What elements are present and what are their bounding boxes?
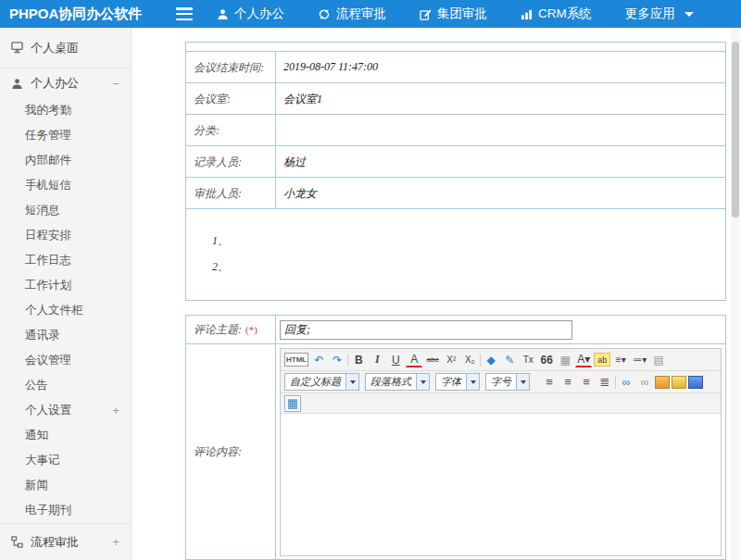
- main-content: 会议结束时间: 2019-08-07 11:47:00 会议室: 会议室1 分类…: [132, 28, 741, 560]
- sidebar-item[interactable]: 工作计划: [0, 273, 131, 298]
- calendar-table-icon[interactable]: ▦: [284, 395, 301, 412]
- format-dropdowns: 自定义标题 段落格式 字体: [284, 373, 534, 391]
- desktop-icon: [11, 42, 23, 54]
- strikethrough-icon[interactable]: abc: [424, 352, 441, 368]
- sidebar-item[interactable]: 内部邮件: [0, 148, 131, 173]
- sidebar-item[interactable]: 工作日志: [0, 248, 131, 273]
- bar-chart-icon: [521, 8, 533, 20]
- meeting-detail-table: 会议结束时间: 2019-08-07 11:47:00 会议室: 会议室1 分类…: [185, 42, 726, 301]
- sidebar-item-process-approval[interactable]: 流程审批 +: [0, 523, 131, 560]
- align-center-icon[interactable]: ≡: [559, 374, 576, 391]
- ordered-list-dropdown[interactable]: ≡▾: [612, 352, 629, 368]
- separator[interactable]: [347, 354, 348, 367]
- sidebar-item-label: 流程审批: [31, 534, 79, 551]
- comment-content-row: 评论内容: HTML ↶ ↷ B: [186, 344, 725, 560]
- sidebar-item[interactable]: 任务管理: [0, 123, 131, 148]
- emoticon-grid-icon[interactable]: ▦: [557, 352, 573, 368]
- underline-icon[interactable]: U: [387, 352, 404, 368]
- bold-icon[interactable]: B: [350, 352, 367, 368]
- font-family-dropdown[interactable]: 字体: [435, 373, 480, 391]
- redo-icon[interactable]: ↷: [329, 352, 345, 368]
- superscript-icon[interactable]: X²: [443, 352, 459, 368]
- align-right-icon[interactable]: ≡: [578, 374, 595, 391]
- nav-label: 更多应用: [625, 6, 675, 22]
- nav-label: CRM系统: [538, 6, 592, 22]
- edit-pencil-icon: [420, 8, 432, 20]
- sidebar-item[interactable]: 新闻: [0, 473, 131, 498]
- link-icon[interactable]: ∞: [618, 374, 634, 391]
- sidebar-item[interactable]: 大事记: [0, 448, 131, 473]
- dropdown-arrow-icon[interactable]: [466, 374, 479, 390]
- expand-toggle[interactable]: +: [112, 535, 119, 549]
- separator[interactable]: [480, 354, 481, 367]
- sidebar-item[interactable]: 会议管理: [0, 348, 131, 373]
- dropdown-label: 字号: [486, 375, 516, 389]
- sidebar-item[interactable]: 个人文件柜: [0, 298, 131, 323]
- format-brush-icon[interactable]: ✎: [501, 352, 518, 368]
- form-value: 小龙女: [276, 178, 725, 208]
- sidebar-item[interactable]: 日程安排: [0, 223, 131, 248]
- sidebar-sublist: 我的考勤 任务管理 内部邮件 手机短信 短消息: [0, 98, 131, 523]
- image-icon[interactable]: [655, 376, 670, 389]
- comment-subject-label: 评论主题: (*): [186, 316, 276, 343]
- nav-crm-system[interactable]: CRM系统: [521, 6, 592, 22]
- nav-group-approval[interactable]: 集团审批: [420, 6, 487, 22]
- sidebar-item-personal-office[interactable]: 个人办公 −: [0, 68, 131, 98]
- dropdown-arrow-icon[interactable]: [416, 374, 429, 390]
- menu-toggle-icon[interactable]: [176, 7, 193, 20]
- align-left-icon[interactable]: ≡: [541, 374, 558, 391]
- nav-process-approval[interactable]: 流程审批: [318, 6, 386, 22]
- sidebar-item[interactable]: 手机短信: [0, 173, 131, 198]
- italic-icon[interactable]: I: [369, 352, 385, 368]
- comment-content-label: 评论内容:: [186, 344, 276, 560]
- paragraph-format-dropdown[interactable]: 段落格式: [365, 373, 430, 391]
- comment-form: 评论主题: (*) 评论内容: HTML ↶ ↷: [185, 315, 726, 560]
- scrollbar[interactable]: [731, 28, 740, 560]
- person-icon: [217, 8, 229, 20]
- expand-toggle[interactable]: +: [112, 404, 119, 417]
- blockquote-icon[interactable]: 66: [538, 352, 555, 368]
- nav-label: 个人办公: [234, 6, 284, 22]
- eraser-icon[interactable]: ◆: [483, 352, 499, 368]
- sidebar-item[interactable]: 我的考勤: [0, 98, 131, 123]
- scrollbar-thumb[interactable]: [732, 42, 739, 218]
- nav-more-apps[interactable]: 更多应用: [625, 6, 694, 22]
- highlight-dropdown[interactable]: ab: [594, 353, 610, 367]
- sidebar-item[interactable]: 电子期刊: [0, 498, 131, 523]
- separator[interactable]: [615, 376, 616, 389]
- sidebar-item[interactable]: 公告: [0, 373, 131, 398]
- form-label: 会议室:: [186, 83, 276, 114]
- caret-down-icon: [684, 12, 694, 17]
- align-justify-icon[interactable]: ≣: [597, 374, 613, 391]
- toolbar2-icons: ≡ ≡ ≡ ≣ ∞ ∞: [541, 374, 703, 391]
- collapse-toggle[interactable]: −: [112, 77, 119, 91]
- sidebar-item[interactable]: 通讯录: [0, 323, 131, 348]
- sidebar-item[interactable]: 通知: [0, 423, 131, 448]
- comment-subject-input[interactable]: [280, 320, 572, 340]
- save-icon[interactable]: [688, 376, 703, 389]
- nav-personal-office[interactable]: 个人办公: [217, 6, 284, 22]
- font-color-icon[interactable]: A: [406, 353, 422, 367]
- dropdown-arrow-icon[interactable]: [516, 374, 529, 390]
- font-size-dropdown[interactable]: 字号: [485, 373, 530, 391]
- unordered-list-dropdown[interactable]: ≔▾: [631, 352, 648, 368]
- form-value: 会议室1: [276, 83, 725, 114]
- comment-content-cell: HTML ↶ ↷ B I U: [276, 344, 725, 560]
- user-icon: [11, 78, 23, 90]
- heading-dropdown[interactable]: 自定义标题: [284, 373, 359, 391]
- undo-icon[interactable]: ↶: [310, 352, 327, 368]
- subscript-icon[interactable]: X₂: [461, 352, 478, 368]
- sidebar-item[interactable]: 短消息: [0, 198, 131, 223]
- sidebar-item-label: 电子期刊: [25, 503, 71, 518]
- text-color-dropdown[interactable]: A▾: [575, 353, 592, 367]
- sidebar-item-label: 公告: [25, 378, 48, 393]
- unlink-icon[interactable]: ∞: [636, 374, 653, 391]
- remove-format-icon[interactable]: Tx: [520, 352, 536, 368]
- editor-content-area[interactable]: [281, 414, 721, 555]
- dropdown-arrow-icon[interactable]: [345, 374, 358, 390]
- sidebar-item[interactable]: 个人设置 +: [0, 398, 131, 423]
- page-break-icon[interactable]: ▤: [650, 352, 667, 368]
- media-icon[interactable]: [672, 376, 686, 389]
- html-source-button[interactable]: HTML: [284, 353, 308, 367]
- sidebar-item-personal-desktop[interactable]: 个人桌面: [0, 28, 131, 68]
